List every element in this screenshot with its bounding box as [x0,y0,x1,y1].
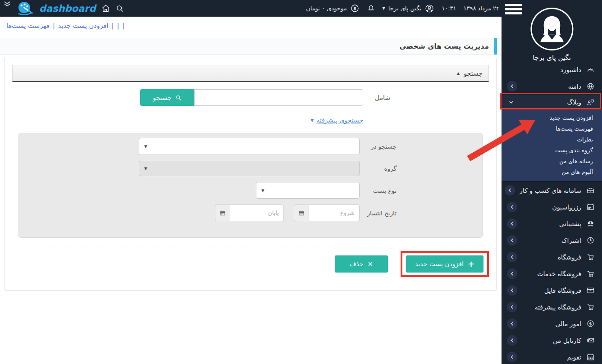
svg-text:$: $ [353,6,356,11]
search-panel-header[interactable]: جستجو ▲ [12,65,489,82]
submenu-item-post-categories[interactable]: گروه بندی پست [502,145,602,156]
main-content: فهرست پست‌ها|افزودن پست جدید||| مدیریت پ… [0,17,502,364]
search-panel-title: جستجو [464,70,483,77]
sidebar-item-label: دامنه [568,83,581,90]
chevron-left-icon [505,185,515,196]
breadcrumb-link[interactable]: افزودن پست جدید [58,22,109,29]
date-range-fields [215,205,360,221]
search-card: جستجو ▲ شامل جستجو جستجوی پیشر [5,58,497,291]
caret-down-icon: ▼ [261,188,265,193]
advanced-search-link[interactable]: جستجوی پیشرفته ▼ [310,117,363,124]
publish-date-row: تاریخ انتشار [19,205,482,221]
x-icon: × [367,260,373,268]
caret-down-icon: ▼ [144,144,147,149]
sidebar-item-services-shop[interactable]: فروشگاه خدمات [502,265,602,282]
sidebar-item-file-shop[interactable]: فروشگاه فایل [502,282,602,299]
sidebar-item-label: وبلاگ [567,99,581,106]
sidebar-item-domain[interactable]: دامنه [502,78,602,95]
sidebar-item-calendar[interactable]: تقویم [502,349,602,364]
home-icon[interactable] [101,4,110,13]
sidebar-item-cartable[interactable]: کارتابل من [502,332,602,349]
title-bar: مدیریت پست های شخصی [0,38,502,55]
bell-icon[interactable] [367,4,375,13]
post-type-label: نوع پست [360,187,397,194]
sidebar-item-label: پشتیبانی [559,220,581,228]
sidebar-item-label: فروشگاه خدمات [537,270,581,278]
blog-icon [586,98,595,107]
search-panel-body: شامل جستجو جستجوی پیشرفته ▼ [12,82,489,247]
wallet-balance[interactable]: $ موجودی ۰ تومان [306,4,359,13]
wallet-label: موجودی ۰ تومان [306,5,347,12]
search-button[interactable]: جستجو [140,89,194,106]
title-accent-bar [494,38,497,55]
sidebar-item-blog[interactable]: وبلاگ [502,95,602,110]
sidebar-item-label: رزرواسیون [552,204,581,211]
sidebar-item-label: فروشگاه پیشرفته [535,304,581,311]
sidebar-item-reservation[interactable]: رزرواسیون [502,199,602,215]
chevron-left-icon [507,252,517,262]
search-icon[interactable] [115,4,124,13]
chevron-left-icon [507,81,517,91]
sidebar-menu: داشبورددامنهوبلاگافزودن پست جدیدفهرست پس… [502,61,602,364]
submenu-item-my-albums[interactable]: آلبوم های من [502,167,602,177]
advanced-search-label: جستجوی پیشرفته [316,117,363,124]
start-date-input[interactable] [309,205,360,221]
search-in-select[interactable]: ▼ [139,138,360,155]
chevron-left-icon [507,318,517,329]
caret-down-icon: ▼ [144,166,147,171]
chevron-left-icon [507,352,517,362]
advanced-search-row: جستجوی پیشرفته ▼ [12,117,489,124]
add-post-button[interactable]: + افزودن پست جدید [406,255,483,273]
sidebar-item-business-systems[interactable]: سامانه های کسب و کار [502,182,602,199]
double-chevron-down-icon[interactable] [4,1,11,6]
sidebar-item-subscription[interactable]: اشتراک [502,232,602,249]
delete-button[interactable]: × حذف [335,255,388,273]
search-in-label: جستجو در [360,143,397,150]
sidebar-item-label: تقویم [567,354,581,361]
dashboard-icon [586,65,595,74]
sidebar-item-shop[interactable]: فروشگاه [502,249,602,265]
submenu-item-add-post[interactable]: افزودن پست جدید [502,113,602,123]
search-in-row: جستجو در ▼ [19,138,482,155]
submenu-item-posts-list[interactable]: فهرست پست‌ها [502,123,602,134]
calendar-icon[interactable] [215,205,230,221]
breadcrumb-link[interactable]: فهرست پست‌ها [6,22,50,29]
contains-label: شامل [363,94,390,101]
submenu-item-my-media[interactable]: رسانه های من [502,156,602,167]
sidebar-item-label: داشبورد [561,66,581,73]
sidebar-item-dashboard[interactable]: داشبورد [502,61,602,78]
end-date-group [215,205,284,221]
end-date-input[interactable] [230,205,284,221]
contains-input-group: جستجو [140,89,363,106]
sidebar-item-label: اشتراک [561,237,581,244]
chevron-left-icon [507,202,517,212]
chevron-left-icon [507,285,517,296]
contains-row: شامل جستجو [12,89,489,106]
user-menu[interactable]: نگین پای برجا ▼ [383,4,435,14]
group-select[interactable]: ▼ [139,161,360,176]
contains-input[interactable] [194,89,363,106]
brand-name[interactable]: dashboard [39,3,96,14]
cart-icon [586,303,595,311]
breadcrumb-separator: | [53,22,55,29]
topbar-date: ۲۴ مرداد ۱۳۹۸ [464,5,500,12]
reservation-icon [586,203,595,211]
dashboard-logo-icon[interactable] [16,1,34,16]
topbar-time: ۱۰:۳۱ [442,5,456,12]
calendar-icon[interactable] [294,205,309,221]
breadcrumb-separator: | [117,22,119,29]
hamburger-menu-icon[interactable] [505,4,522,14]
calendar-icon [586,353,595,361]
sidebar-item-label: فروشگاه [558,254,581,261]
post-type-select[interactable]: ▼ [256,182,360,199]
sidebar-item-support[interactable]: پشتیبانی [502,215,602,232]
sidebar-item-advanced-shop[interactable]: فروشگاه پیشرفته [502,299,602,315]
sidebar-item-finance[interactable]: $امور مالی [502,315,602,332]
avatar[interactable] [529,7,574,51]
submenu-item-comments[interactable]: نظرات [502,134,602,145]
chevron-left-icon [507,218,517,229]
magnifier-icon [175,95,182,101]
sidebar-item-label: کارتابل من [553,337,581,344]
chevron-down-icon [509,97,514,108]
dollar-circle-icon: $ [350,4,360,13]
